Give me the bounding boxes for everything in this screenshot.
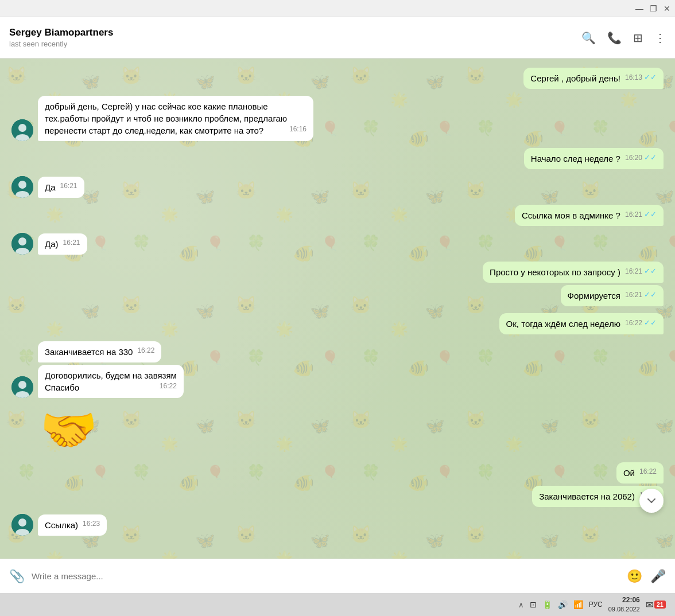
message-text: Заканчивается на 2062) bbox=[539, 492, 635, 501]
message-bubble: Ссылка) 16:23 bbox=[38, 514, 107, 536]
mic-icon[interactable]: 🎤 bbox=[650, 569, 666, 584]
message-text: Ок, тогда ждём след неделю bbox=[506, 319, 620, 329]
avatar bbox=[11, 376, 33, 398]
svg-point-13 bbox=[18, 518, 26, 527]
input-right-icons: 🙂 🎤 bbox=[627, 569, 666, 584]
chat-area: Сергей , добрый день! 16:13 ✓✓ добрый де… bbox=[0, 59, 675, 559]
maximize-button[interactable]: ❐ bbox=[650, 5, 657, 12]
message-meta: 16:21 ✓✓ bbox=[625, 210, 657, 218]
message-row: Начало след неделе ? 16:20 ✓✓ bbox=[11, 148, 664, 169]
screen-icon[interactable]: ⊡ bbox=[530, 600, 537, 609]
message-text: Начало след неделе ? bbox=[531, 154, 620, 163]
message-row: Сергей , добрый день! 16:13 ✓✓ bbox=[11, 68, 664, 89]
message-meta: 16:22 bbox=[137, 347, 154, 354]
message-meta: 16:22 ✓✓ bbox=[625, 319, 657, 326]
title-bar: — ❐ ✕ bbox=[0, 0, 675, 17]
message-meta: 16:20 ✓✓ bbox=[625, 154, 657, 161]
input-bar: 📎 🙂 🎤 bbox=[0, 559, 675, 593]
message-meta: 16:21 ✓✓ bbox=[625, 291, 657, 298]
taskbar-date-display: 09.08.2022 bbox=[608, 605, 640, 613]
message-input[interactable] bbox=[32, 571, 620, 581]
message-meta: 16:22 bbox=[639, 468, 657, 475]
message-row: Договорились, будем на завязям Спасибо 1… bbox=[11, 365, 664, 398]
message-row: Заканчивается на 2062) 16:22 bbox=[11, 486, 664, 507]
message-row: 🤝 bbox=[11, 405, 664, 455]
message-row: Ссылка моя в админке ? 16:21 ✓✓ bbox=[11, 205, 664, 226]
svg-point-10 bbox=[18, 381, 26, 389]
message-bubble: Начало след неделе ? 16:20 ✓✓ bbox=[524, 148, 664, 169]
message-row: Ссылка) 16:23 bbox=[11, 514, 664, 536]
message-row: добрый день, Сергей) у нас сейчас кое ка… bbox=[11, 96, 664, 141]
message-row: Ок, тогда ждём след неделю 16:22 ✓✓ bbox=[11, 313, 664, 334]
volume-icon[interactable]: 🔊 bbox=[558, 600, 568, 609]
taskbar-up-arrow[interactable]: ∧ bbox=[518, 601, 524, 609]
chat-header-info: Sergey Biamopartners last seen recently bbox=[9, 27, 581, 48]
wifi-icon[interactable]: 📶 bbox=[573, 600, 583, 609]
sticker-emoji: 🤝 bbox=[40, 407, 98, 453]
message-meta: 16:13 ✓✓ bbox=[625, 73, 657, 81]
message-time: 16:22 bbox=[160, 383, 177, 389]
search-icon[interactable]: 🔍 bbox=[581, 31, 596, 45]
taskbar-msg-area[interactable]: ✉ 21 bbox=[646, 599, 666, 610]
read-receipt: ✓✓ bbox=[644, 267, 657, 275]
taskbar-clock: 22:06 09.08.2022 bbox=[608, 596, 640, 613]
message-bubble: Сергей , добрый день! 16:13 ✓✓ bbox=[523, 68, 664, 89]
notification-badge: 21 bbox=[654, 601, 666, 609]
message-text: Ссылка моя в админке ? bbox=[522, 210, 620, 220]
message-bubble: Формируется 16:21 ✓✓ bbox=[561, 285, 664, 306]
message-row: Да) 16:21 bbox=[11, 233, 664, 255]
message-text: Да bbox=[45, 182, 56, 192]
message-bubble: Да) 16:21 bbox=[38, 233, 87, 255]
layout-icon[interactable]: ⊞ bbox=[633, 31, 643, 45]
message-text: Ой bbox=[623, 468, 635, 478]
svg-point-7 bbox=[18, 237, 26, 245]
messages-list: Сергей , добрый день! 16:13 ✓✓ добрый де… bbox=[11, 68, 664, 536]
message-row: Формируется 16:21 ✓✓ bbox=[11, 285, 664, 306]
taskbar-time-display: 22:06 bbox=[608, 596, 640, 605]
message-row: Просто у некоторых по запросу ) 16:21 ✓✓ bbox=[11, 262, 664, 283]
read-receipt: ✓✓ bbox=[644, 319, 657, 326]
chat-header: Sergey Biamopartners last seen recently … bbox=[0, 17, 675, 59]
msg-icon: ✉ bbox=[646, 599, 653, 610]
avatar bbox=[11, 233, 33, 255]
read-receipt: ✓✓ bbox=[644, 154, 657, 161]
message-meta: 16:16 bbox=[289, 126, 307, 132]
message-bubble: Договорились, будем на завязям Спасибо 1… bbox=[38, 365, 184, 398]
battery-icon: 🔋 bbox=[542, 600, 552, 609]
close-button[interactable]: ✕ bbox=[664, 5, 670, 12]
message-time: 16:22 bbox=[625, 319, 642, 326]
read-receipt: ✓✓ bbox=[644, 73, 657, 81]
message-bubble: Просто у некоторых по запросу ) 16:21 ✓✓ bbox=[483, 262, 664, 283]
message-meta: 16:23 bbox=[83, 520, 100, 527]
system-taskbar: ∧ ⊡ 🔋 🔊 📶 РУС 22:06 09.08.2022 ✉ 21 bbox=[0, 593, 675, 616]
attach-icon[interactable]: 📎 bbox=[9, 569, 25, 584]
emoji-icon[interactable]: 🙂 bbox=[627, 569, 642, 584]
contact-name: Sergey Biamopartners bbox=[9, 27, 581, 38]
message-row: Да 16:21 bbox=[11, 176, 664, 198]
message-time: 16:13 bbox=[625, 74, 642, 81]
message-meta: 16:22 bbox=[160, 383, 177, 389]
avatar bbox=[11, 176, 33, 198]
message-text: Да) bbox=[45, 239, 59, 249]
message-text: Заканчивается на 330 bbox=[45, 347, 133, 357]
scroll-to-bottom-button[interactable] bbox=[639, 489, 664, 513]
sticker-bubble: 🤝 bbox=[38, 405, 100, 455]
message-time: 16:21 bbox=[625, 268, 642, 275]
phone-icon[interactable]: 📞 bbox=[607, 31, 622, 45]
message-text: Сергей , добрый день! bbox=[530, 73, 620, 83]
message-bubble: Ссылка моя в админке ? 16:21 ✓✓ bbox=[515, 205, 664, 226]
message-text: Ссылка) bbox=[45, 520, 78, 530]
message-text: Формируется bbox=[568, 291, 620, 301]
message-meta: 16:21 bbox=[63, 239, 80, 246]
message-bubble: Ой 16:22 bbox=[616, 462, 664, 484]
language-label[interactable]: РУС bbox=[589, 601, 603, 609]
minimize-button[interactable]: — bbox=[636, 5, 643, 12]
message-time: 16:22 bbox=[639, 468, 657, 475]
more-icon[interactable]: ⋮ bbox=[654, 31, 666, 45]
read-receipt: ✓✓ bbox=[644, 291, 657, 298]
message-text: Просто у некоторых по запросу ) bbox=[490, 267, 620, 277]
message-time: 16:22 bbox=[137, 347, 154, 354]
message-row: Ой 16:22 bbox=[11, 462, 664, 484]
message-time: 16:16 bbox=[289, 126, 307, 132]
contact-status: last seen recently bbox=[9, 40, 581, 48]
